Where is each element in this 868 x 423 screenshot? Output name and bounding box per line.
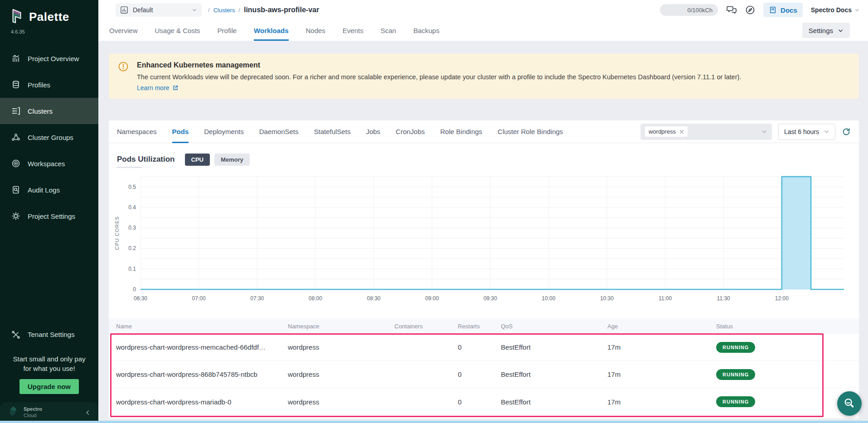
subtab-cluster-role-bindings[interactable]: Cluster Role Bindings: [498, 120, 563, 143]
pod-name: wordpress-chart-wordpress-memcached-66df…: [109, 343, 281, 351]
col-header-age: Age: [600, 323, 709, 330]
chevron-down-icon: [192, 7, 197, 13]
filter-chip-wordpress: wordpress: [645, 126, 688, 137]
docs-scope-value: Spectro Docs: [811, 6, 852, 14]
pod-restarts: 0: [451, 398, 494, 406]
external-link-icon: [172, 85, 179, 91]
tab-nodes[interactable]: Nodes: [306, 20, 325, 41]
status-badge: RUNNING: [716, 342, 755, 353]
pod-age: 17m: [600, 343, 709, 351]
subtab-statefulsets[interactable]: StatefulSets: [314, 120, 351, 143]
tab-backups[interactable]: Backups: [413, 20, 440, 41]
subtab-cronjobs[interactable]: CronJobs: [396, 120, 425, 143]
chevron-down-icon: [854, 7, 860, 13]
cpu-toggle-button[interactable]: CPU: [185, 154, 210, 166]
section-title: Pods Utilization: [117, 155, 175, 164]
svg-text:CPU CORES: CPU CORES: [114, 216, 120, 250]
help-search-fab[interactable]: [837, 391, 862, 416]
svg-text:06:30: 06:30: [134, 295, 147, 302]
svg-text:08:30: 08:30: [367, 295, 380, 302]
subtab-namespaces[interactable]: Namespaces: [117, 120, 157, 143]
learn-more-link[interactable]: Learn more: [137, 84, 179, 91]
table-row[interactable]: wordpress-chart-wordpress-mariadb-0 word…: [109, 388, 859, 415]
server-list-icon: [11, 106, 21, 115]
app-title: Palette: [29, 10, 69, 24]
sidebar-bottom: Tenant Settings Start small and only pay…: [0, 322, 98, 423]
pod-qos: BestEffort: [494, 370, 600, 378]
main-area: Default / Clusters / linusb-aws-profile-…: [98, 0, 868, 423]
time-range-value: Last 6 hours: [784, 128, 819, 135]
warning-icon: [118, 60, 129, 92]
spectro-cloud-wordmark: Spectro Cloud: [24, 406, 42, 419]
tab-events[interactable]: Events: [343, 20, 364, 41]
magnifier-smile-icon: [843, 397, 856, 410]
page-title: linusb-aws-profile-var: [244, 6, 319, 14]
sidebar-item-cluster-groups[interactable]: Cluster Groups: [0, 124, 98, 150]
tab-profile[interactable]: Profile: [218, 20, 237, 41]
banner-title: Enhanced Kubernetes management: [137, 60, 741, 69]
collapse-sidebar-icon[interactable]: [85, 409, 91, 416]
top-bar: Default / Clusters / linusb-aws-profile-…: [98, 0, 868, 20]
spectro-cloud-logo-icon: [7, 407, 19, 418]
sidebar-item-label: Project Settings: [28, 212, 75, 220]
svg-text:0.4: 0.4: [128, 204, 136, 211]
cluster-tabbar: Overview Usage & Costs Profile Workloads…: [98, 20, 868, 41]
table-row[interactable]: wordpress-chart-wordpress-memcached-66df…: [109, 334, 859, 361]
time-range-dropdown[interactable]: Last 6 hours: [778, 124, 835, 140]
project-selector-value: Default: [133, 6, 187, 14]
tab-workloads[interactable]: Workloads: [254, 20, 288, 41]
sidebar-item-label: Profiles: [28, 81, 50, 89]
subtab-role-bindings[interactable]: Role Bindings: [440, 120, 482, 143]
svg-text:0.3: 0.3: [128, 225, 136, 231]
banner-body: The current Workloads view will be depre…: [137, 73, 741, 81]
svg-text:07:30: 07:30: [250, 295, 264, 302]
svg-text:0: 0: [133, 286, 136, 293]
svg-text:0.2: 0.2: [128, 245, 136, 251]
pod-qos: BestEffort: [494, 398, 600, 406]
svg-text:08:00: 08:00: [309, 295, 322, 302]
tab-scan[interactable]: Scan: [381, 20, 396, 41]
subtab-daemonsets[interactable]: DaemonSets: [259, 120, 299, 143]
status-badge: RUNNING: [716, 396, 755, 407]
compass-icon[interactable]: [745, 5, 755, 15]
learn-more-label: Learn more: [137, 84, 170, 91]
sidebar-item-tenant-settings[interactable]: Tenant Settings: [0, 322, 98, 348]
table-row[interactable]: wordpress-chart-wordpress-868b745785-ntb…: [109, 361, 859, 388]
breadcrumb-clusters-link[interactable]: Clusters: [213, 7, 235, 14]
docs-button[interactable]: Docs: [763, 3, 803, 17]
sidebar-item-label: Project Overview: [28, 55, 79, 62]
tab-usage-costs[interactable]: Usage & Costs: [155, 20, 200, 41]
subtab-deployments[interactable]: Deployments: [204, 120, 244, 143]
namespace-filter-select[interactable]: wordpress: [640, 124, 772, 140]
utilization-header: Pods Utilization CPU Memory: [117, 152, 851, 167]
subtab-jobs[interactable]: Jobs: [366, 120, 380, 143]
pod-name: wordpress-chart-wordpress-868b745785-ntb…: [109, 370, 281, 378]
sidebar-footer: Spectro Cloud: [0, 402, 98, 423]
upgrade-now-button[interactable]: Upgrade now: [19, 379, 79, 394]
sidebar-item-project-overview[interactable]: Project Overview: [0, 45, 98, 72]
chat-icon[interactable]: [726, 5, 737, 15]
doc-search-icon: [11, 185, 21, 194]
sidebar-nav: Project Overview Profiles Clusters: [0, 45, 98, 229]
sidebar-item-audit-logs[interactable]: Audit Logs: [0, 177, 98, 203]
sidebar-item-workspaces[interactable]: Workspaces: [0, 150, 98, 177]
orbit-icon: [11, 159, 21, 168]
settings-button[interactable]: Settings: [802, 23, 850, 38]
project-chart-icon: [120, 6, 128, 14]
project-selector[interactable]: Default: [116, 3, 202, 17]
palette-logo[interactable]: Palette: [0, 0, 98, 27]
close-icon[interactable]: [679, 130, 684, 134]
sidebar-item-clusters[interactable]: Clusters: [0, 98, 98, 124]
breadcrumb: / Clusters / linusb-aws-profile-var: [208, 6, 319, 14]
pod-qos: BestEffort: [494, 343, 600, 351]
palette-logo-icon: [9, 8, 24, 25]
memory-toggle-button[interactable]: Memory: [214, 154, 250, 166]
sidebar-item-project-settings[interactable]: Project Settings: [0, 203, 98, 229]
sidebar-item-profiles[interactable]: Profiles: [0, 72, 98, 98]
refresh-icon[interactable]: [842, 127, 851, 136]
tab-overview[interactable]: Overview: [109, 20, 138, 41]
svg-text:0.1: 0.1: [128, 266, 136, 272]
chevron-down-icon: [838, 28, 844, 34]
subtab-pods[interactable]: Pods: [172, 120, 189, 143]
docs-scope-dropdown[interactable]: Spectro Docs: [811, 6, 860, 14]
